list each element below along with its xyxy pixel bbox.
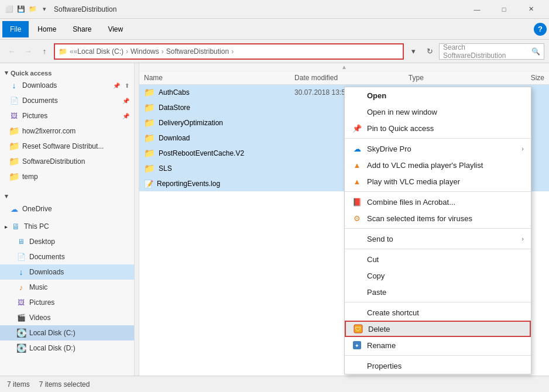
col-header-date[interactable]: Date modified (294, 74, 404, 82)
help-icon[interactable]: ? (534, 23, 547, 36)
sidebar-item-softwaredist[interactable]: 📁 SoftwareDistribution (0, 154, 134, 169)
sidebar-item-downloads-qa[interactable]: ↓ Downloads 📌 ⬆ (0, 78, 134, 93)
addr-sep-1: › (126, 47, 128, 56)
dropdown-button[interactable]: ▾ (406, 44, 420, 59)
tab-home[interactable]: Home (30, 21, 64, 37)
ctx-rename[interactable]: ✦ Rename (345, 337, 531, 353)
tab-view[interactable]: View (100, 21, 131, 37)
temp-icon: 📁 (9, 172, 19, 181)
music-icon: ♪ (16, 283, 26, 292)
sidebar-item-reset[interactable]: 📁 Reset Software Distribut... (0, 139, 134, 154)
col-header-size[interactable]: Size (486, 74, 544, 82)
file-name-datastore[interactable]: 📁 DataStore (144, 102, 290, 113)
ctx-properties-icon (352, 360, 362, 371)
ctx-open[interactable]: Open (345, 87, 531, 104)
item-count: 7 items (7, 380, 30, 388)
ctx-open-new-window[interactable]: Open in new window (345, 104, 531, 120)
minimize-button[interactable]: — (464, 0, 490, 19)
back-button[interactable]: ← (5, 44, 19, 59)
sidebar-item-local-d[interactable]: 💽 Local Disk (D:) (0, 341, 134, 356)
scroll-up-indicator[interactable]: ▲ (139, 63, 549, 71)
sidebar-item-pictures-pc[interactable]: 🖼 Pictures (0, 295, 134, 310)
ctx-paste[interactable]: Paste (345, 284, 531, 300)
ctx-sendto-label: Send to (367, 235, 517, 243)
folder-icon: 📁 (144, 118, 155, 128)
downloads-icon-qa: ↓ (9, 81, 19, 90)
folder-icon: 📁 (144, 133, 155, 143)
addr-part-1[interactable]: Local Disk (C:) (77, 47, 123, 56)
search-icon[interactable]: 🔍 (531, 47, 540, 56)
sidebar-label-videos: Videos (29, 314, 50, 322)
ctx-sendto[interactable]: Send to › (345, 231, 531, 247)
ribbon: File Home Share View ? (0, 19, 549, 40)
up-button[interactable]: ↑ (37, 44, 52, 59)
ctx-open-new-icon (352, 106, 362, 117)
addr-sep-3: › (231, 47, 234, 56)
ctx-copy-label: Copy (367, 271, 524, 280)
ctx-scan[interactable]: ⚙ Scan selected items for viruses (345, 210, 531, 226)
col-header-type[interactable]: Type (409, 74, 482, 82)
sidebar-item-music[interactable]: ♪ Music (0, 280, 134, 295)
close-button[interactable]: ✕ (517, 0, 544, 19)
quick-access-arrow[interactable]: ▾ (5, 69, 8, 77)
sidebar-item-temp[interactable]: 📁 temp (0, 169, 134, 184)
ctx-rename-icon: ✦ (352, 340, 362, 350)
sidebar-item-pictures-qa[interactable]: 🖼 Pictures 📌 (0, 108, 134, 123)
resize-handle[interactable] (135, 63, 139, 376)
address-path[interactable]: 📁 «« Local Disk (C:) › Windows › Softwar… (54, 43, 404, 60)
sidebar-item-desktop[interactable]: 🖥 Desktop (0, 234, 134, 249)
sidebar-item-thispc[interactable]: ▸ 🖥 This PC (0, 219, 134, 234)
sidebar-label-pictures-qa: Pictures (22, 112, 47, 120)
file-name-download[interactable]: 📁 Download (144, 133, 290, 143)
addr-part-2[interactable]: Windows (131, 47, 159, 56)
file-name-delivopt[interactable]: 📁 DeliveryOptimization (144, 118, 290, 128)
sidebar-label-downloads-qa: Downloads (22, 81, 57, 90)
file-name-authcabs[interactable]: 📁 AuthCabs (144, 87, 290, 98)
file-name-reporting[interactable]: 📝 ReportingEvents.log (144, 180, 290, 188)
ctx-properties[interactable]: Properties (345, 357, 531, 374)
ctx-vlc-add[interactable]: ▲ Add to VLC media player's Playlist (345, 157, 531, 173)
ctx-scan-label: Scan selected items for viruses (367, 214, 524, 223)
title-bar-icons: ⬜ 💾 📁 ▾ (5, 5, 49, 14)
ctx-vlc-play[interactable]: ▲ Play with VLC media player (345, 173, 531, 190)
tab-file[interactable]: File (2, 21, 29, 37)
sidebar-label-documents-qa: Documents (22, 97, 58, 105)
sidebar-item-documents-qa[interactable]: 📄 Documents 📌 (0, 93, 134, 108)
sidebar-item-local-c[interactable]: 💽 Local Disk (C:) (0, 325, 134, 341)
ctx-open-label: Open (367, 91, 524, 100)
sidebar-item-downloads-pc[interactable]: ↓ Downloads (0, 264, 134, 280)
file-name-postreboot[interactable]: 📁 PostRebootEventCache.V2 (144, 148, 290, 159)
ctx-pin[interactable]: 📌 Pin to Quick access (345, 120, 531, 136)
addr-part-3[interactable]: SoftwareDistribution (166, 47, 229, 56)
window-controls: — □ ✕ (464, 0, 544, 19)
sidebar-item-onedrive[interactable]: ☁ OneDrive (0, 201, 134, 216)
col-header-name[interactable]: Name (144, 74, 290, 82)
sort-icon: ⬆ (125, 82, 129, 89)
svg-text:🛡: 🛡 (355, 326, 361, 332)
ctx-shortcut[interactable]: Create shortcut (345, 304, 531, 321)
ctx-acrobat[interactable]: 📕 Combine files in Acrobat... (345, 194, 531, 210)
ctx-delete[interactable]: 🛡 Delete (345, 321, 531, 337)
onedrive-expand-arrow[interactable]: ▾ (5, 192, 8, 200)
search-box[interactable]: Search SoftwareDistribution 🔍 (439, 43, 544, 60)
sidebar-item-videos[interactable]: 🎬 Videos (0, 310, 134, 325)
sidebar-item-documents-pc[interactable]: 📄 Documents (0, 249, 134, 264)
sidebar-label-temp: temp (22, 173, 38, 181)
refresh-button[interactable]: ↻ (423, 44, 437, 59)
ctx-copy[interactable]: Copy (345, 267, 531, 284)
drive-d-icon: 💽 (16, 343, 26, 353)
forward-button[interactable]: → (21, 44, 35, 59)
ctx-acrobat-icon: 📕 (352, 197, 362, 207)
sidebar-item-how2fix[interactable]: 📁 how2fixerror.com (0, 123, 134, 139)
file-name-sls[interactable]: 📁 SLS (144, 163, 290, 174)
maximize-button[interactable]: □ (490, 0, 517, 19)
sidebar-label-downloads-pc: Downloads (29, 268, 64, 276)
thispc-expand-icon[interactable]: ▸ (5, 223, 8, 230)
ctx-cut[interactable]: Cut (345, 251, 531, 267)
ctx-skydrive[interactable]: ☁ SkyDrive Pro › (345, 140, 531, 157)
sidebar-label-reset: Reset Software Distribut... (22, 142, 104, 150)
desktop-icon: 🖥 (16, 237, 26, 246)
tab-share[interactable]: Share (65, 21, 99, 37)
ctx-shortcut-icon (352, 307, 362, 318)
sidebar-label-local-d: Local Disk (D:) (29, 344, 76, 352)
